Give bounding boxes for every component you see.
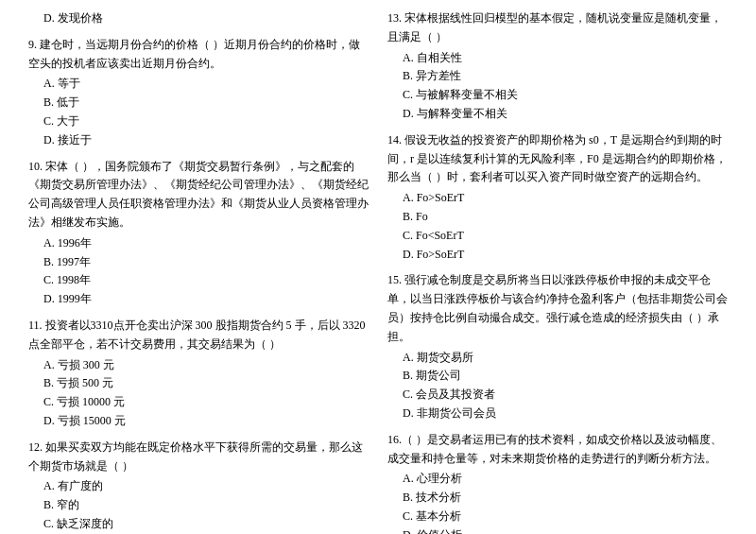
q14-c: C. Fo<SoErT xyxy=(387,227,728,246)
prev-d-option: D. 发现价格 xyxy=(28,9,369,28)
q10-title: 10. 宋体（ ），国务院颁布了《期货交易暂行条例》，与之配套的《期货交易所管理… xyxy=(28,158,369,233)
q16-d: D. 价值分析 xyxy=(387,526,728,534)
q10-d: D. 1999年 xyxy=(28,290,369,309)
q14-title: 14. 假设无收益的投资资产的即期价格为 s0，T 是远期合约到期的时间，r 是… xyxy=(387,131,728,187)
q15-d: D. 非期货公司会员 xyxy=(387,405,728,423)
q15-c: C. 会员及其投资者 xyxy=(387,386,728,405)
question-14: 14. 假设无收益的投资资产的即期价格为 s0，T 是远期合约到期的时间，r 是… xyxy=(387,131,728,265)
q12-a: A. 有广度的 xyxy=(28,477,369,496)
q13-title: 13. 宋体根据线性回归模型的基本假定，随机说变量应是随机变量，且满足（ ） xyxy=(387,9,728,47)
q11-d: D. 亏损 15000 元 xyxy=(28,412,369,431)
q12-title: 12. 如果买卖双方均能在既定价格水平下获得所需的交易量，那么这个期货市场就是（… xyxy=(28,439,369,476)
q12-c: C. 缺乏深度的 xyxy=(28,515,369,534)
question-10: 10. 宋体（ ），国务院颁布了《期货交易暂行条例》，与之配套的《期货交易所管理… xyxy=(28,158,369,309)
question-15: 15. 强行减仓制度是交易所将当日以涨跌停板价申报的未成交平仓单，以当日涨跌停板… xyxy=(387,271,728,422)
q9-d: D. 接近于 xyxy=(28,131,369,150)
question-16: 16.（ ）是交易者运用已有的技术资料，如成交价格以及波动幅度、成交量和持仓量等… xyxy=(387,431,728,534)
q13-b: B. 异方差性 xyxy=(387,67,728,86)
q11-title: 11. 投资者以3310点开仓卖出沪深 300 股指期货合约 5 手，后以 33… xyxy=(28,317,369,354)
q14-b: B. Fo xyxy=(387,208,728,227)
q9-title: 9. 建仓时，当远期月份合约的价格（ ）近期月份合约的价格时，做空头的投机者应该… xyxy=(28,36,369,74)
q10-a: A. 1996年 xyxy=(28,234,369,253)
q15-b: B. 期货公司 xyxy=(387,367,728,386)
right-column: 13. 宋体根据线性回归模型的基本假定，随机说变量应是随机变量，且满足（ ） A… xyxy=(387,9,728,534)
q9-b: B. 低于 xyxy=(28,94,369,112)
question-12: 12. 如果买卖双方均能在既定价格水平下获得所需的交易量，那么这个期货市场就是（… xyxy=(28,439,369,534)
q9-a: A. 等于 xyxy=(28,75,369,94)
q11-c: C. 亏损 10000 元 xyxy=(28,393,369,412)
q13-c: C. 与被解释变量不相关 xyxy=(387,86,728,105)
q11-b: B. 亏损 500 元 xyxy=(28,374,369,393)
q16-b: B. 技术分析 xyxy=(387,489,728,508)
q15-a: A. 期货交易所 xyxy=(387,349,728,368)
q11-a: A. 亏损 300 元 xyxy=(28,356,369,375)
q13-d: D. 与解释变量不相关 xyxy=(387,105,728,124)
q13-a: A. 自相关性 xyxy=(387,49,728,68)
question-11: 11. 投资者以3310点开仓卖出沪深 300 股指期货合约 5 手，后以 33… xyxy=(28,317,369,431)
q16-a: A. 心理分析 xyxy=(387,470,728,489)
q9-c: C. 大于 xyxy=(28,112,369,131)
question-13: 13. 宋体根据线性回归模型的基本假定，随机说变量应是随机变量，且满足（ ） A… xyxy=(387,9,728,124)
q14-a: A. Fo>SoErT xyxy=(387,189,728,208)
prev-d-text: D. 发现价格 xyxy=(28,9,369,28)
q15-title: 15. 强行减仓制度是交易所将当日以涨跌停板价申报的未成交平仓单，以当日涨跌停板… xyxy=(387,271,728,346)
q10-c: C. 1998年 xyxy=(28,271,369,290)
q16-c: C. 基本分析 xyxy=(387,508,728,526)
question-9: 9. 建仓时，当远期月份合约的价格（ ）近期月份合约的价格时，做空头的投机者应该… xyxy=(28,36,369,150)
q16-title: 16.（ ）是交易者运用已有的技术资料，如成交价格以及波动幅度、成交量和持仓量等… xyxy=(387,431,728,469)
q14-d: D. Fo>SoErT xyxy=(387,246,728,265)
q12-b: B. 窄的 xyxy=(28,496,369,515)
q10-b: B. 1997年 xyxy=(28,253,369,272)
left-column: D. 发现价格 9. 建仓时，当远期月份合约的价格（ ）近期月份合约的价格时，做… xyxy=(28,9,369,534)
